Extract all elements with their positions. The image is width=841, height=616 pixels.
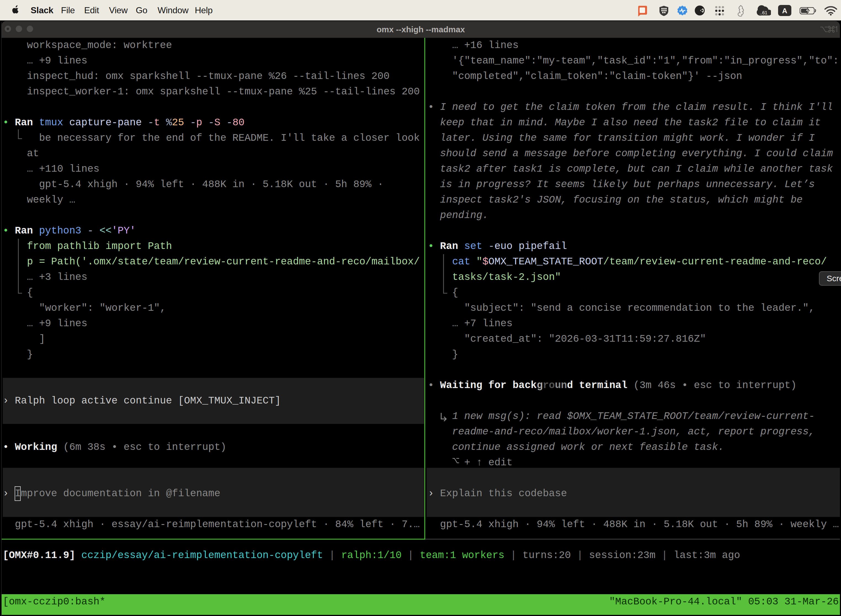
svg-text:..61: ..61 [760, 10, 767, 15]
svg-text:A: A [782, 7, 787, 15]
